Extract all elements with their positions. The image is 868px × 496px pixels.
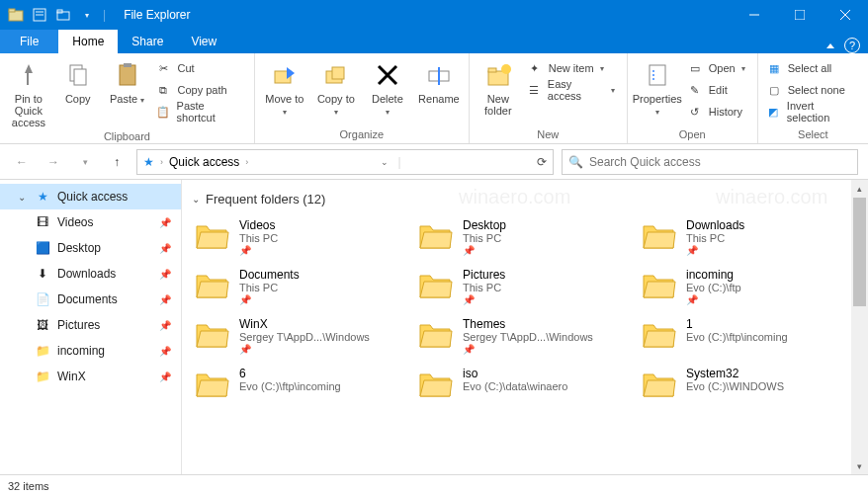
navigation-pane: ⌄ ★ Quick access 🎞Videos📌🟦Desktop📌⬇Downl… [0,180,182,474]
chevron-down-icon: ⌄ [192,194,200,205]
address-dropdown-icon[interactable]: ⌄ [381,157,389,167]
folder-icon [641,317,676,353]
item-count: 32 items [8,480,49,492]
forward-button[interactable]: → [42,150,65,174]
breadcrumb[interactable]: ★ › Quick access › ⌄ | ⟳ [136,149,554,175]
folder-name: incoming [686,268,741,282]
edit-button[interactable]: ✎Edit [685,79,751,101]
minimize-button[interactable] [732,0,777,30]
scroll-up-icon[interactable]: ▴ [851,180,868,197]
qat-newfolder-icon[interactable] [55,7,71,23]
qat-dropdown-icon[interactable]: ▾ [79,7,95,23]
folder-icon [417,218,453,254]
folder-name: Videos [239,218,278,232]
svg-rect-13 [120,65,135,85]
copy-path-button[interactable]: ⧉Copy path [153,79,247,101]
address-bar-row: ← → ▾ ↑ ★ › Quick access › ⌄ | ⟳ 🔍 [0,144,868,180]
pin-to-quick-access-button[interactable]: Pin to Quick access [6,57,51,128]
new-folder-button[interactable]: New folder [476,57,521,117]
cut-button[interactable]: ✂Cut [153,57,247,79]
folder-icon: 📁 [34,368,51,385]
svg-rect-1 [9,9,15,12]
nav-item-desktop[interactable]: 🟦Desktop📌 [0,235,181,261]
search-input[interactable] [589,155,851,169]
breadcrumb-root[interactable]: Quick access [169,155,239,169]
up-button[interactable]: ↑ [105,150,129,174]
pin-icon: 📌 [159,320,171,331]
easy-access-icon: ☰ [527,82,542,98]
folder-icon [417,367,453,402]
folder-item[interactable]: System32 Evo (C:)\WINDOWS [639,365,854,410]
folder-item[interactable]: Videos This PC 📌 [192,216,407,262]
folder-item[interactable]: Themes Sergey T\AppD...\Windows 📌 [415,315,631,361]
folder-icon [641,367,676,402]
properties-button[interactable]: Properties▾ [634,57,681,119]
close-button[interactable] [823,0,868,30]
folder-item[interactable]: Downloads This PC 📌 [639,216,854,262]
nav-quick-access[interactable]: ⌄ ★ Quick access [0,184,181,209]
folder-icon: ⬇ [34,265,51,283]
tab-home[interactable]: Home [58,30,118,53]
scroll-down-icon[interactable]: ▾ [851,457,868,474]
new-item-button[interactable]: ✦New item ▾ [525,57,621,79]
nav-item-documents[interactable]: 📄Documents📌 [0,287,181,312]
help-icon[interactable]: ? [844,38,860,53]
search-box[interactable]: 🔍 [562,149,858,175]
select-all-button[interactable]: ▦Select all [764,57,862,79]
copy-to-button[interactable]: Copy to ▾ [312,57,360,119]
move-to-button[interactable]: Move to ▾ [261,57,308,119]
folder-item[interactable]: iso Evo (C:)\data\winaero [415,365,631,410]
delete-button[interactable]: Delete▾ [364,57,411,119]
svg-rect-17 [332,67,344,79]
paste-button[interactable]: Paste ▾ [105,57,150,117]
folder-item[interactable]: WinX Sergey T\AppD...\Windows 📌 [192,315,407,361]
tab-share[interactable]: Share [118,30,177,53]
folder-item[interactable]: 6 Evo (C:)\ftp\incoming [192,365,407,410]
pin-icon: 📌 [159,269,171,280]
rename-button[interactable]: Rename [415,57,463,117]
nav-item-pictures[interactable]: 🖼Pictures📌 [0,312,181,338]
invert-selection-button[interactable]: ◩Invert selection [764,101,862,123]
select-none-button[interactable]: ▢Select none [764,79,862,101]
folder-icon: 📄 [34,290,51,308]
folder-icon [417,268,453,303]
folder-item[interactable]: Pictures This PC 📌 [415,266,631,311]
folder-item[interactable]: Documents This PC 📌 [192,266,407,311]
back-button[interactable]: ← [10,150,34,174]
folder-icon: 🖼 [34,316,51,334]
copy-button[interactable]: Copy [55,57,101,117]
folder-item[interactable]: 1 Evo (C:)\ftp\incoming [639,315,854,361]
pin-icon: 📌 [239,294,300,305]
tab-view[interactable]: View [177,30,230,53]
svg-rect-12 [74,69,86,85]
scrollbar-thumb[interactable] [853,198,866,306]
nav-item-videos[interactable]: 🎞Videos📌 [0,209,181,235]
history-button[interactable]: ↺History [685,101,751,123]
nav-item-incoming[interactable]: 📁incoming📌 [0,338,181,364]
qat-properties-icon[interactable] [32,7,47,23]
open-button[interactable]: ▭Open ▾ [685,57,751,79]
refresh-button[interactable]: ⟳ [537,155,547,169]
folder-item[interactable]: Desktop This PC 📌 [415,216,631,262]
recent-locations-button[interactable]: ▾ [73,150,97,174]
collapse-ribbon-icon[interactable] [826,43,834,48]
status-bar: 32 items [0,474,868,496]
nav-item-winx[interactable]: 📁WinX📌 [0,364,181,389]
vertical-scrollbar[interactable]: ▴ ▾ [851,180,868,474]
group-header-frequent[interactable]: ⌄ Frequent folders (12) [192,192,854,207]
tab-file[interactable]: File [0,30,58,53]
folder-icon [417,317,453,353]
pin-icon: 📌 [159,217,171,228]
svg-rect-14 [124,63,131,67]
content-area: ⌄ Frequent folders (12) Videos This PC 📌… [182,180,868,474]
pin-icon: 📌 [463,294,505,305]
folder-item[interactable]: incoming Evo (C:)\ftp 📌 [639,266,854,311]
easy-access-button[interactable]: ☰Easy access ▾ [525,79,621,101]
nav-item-downloads[interactable]: ⬇Downloads📌 [0,261,181,287]
ribbon: Pin to Quick access Copy Paste ▾ ✂Cut ⧉C… [0,53,868,144]
maximize-button[interactable] [777,0,823,30]
ribbon-group-open: Properties▾ ▭Open ▾ ✎Edit ↺History Open [628,53,758,143]
copy-path-icon: ⧉ [155,82,171,98]
paste-shortcut-button[interactable]: 📋Paste shortcut [153,101,247,123]
cut-icon: ✂ [155,60,171,76]
